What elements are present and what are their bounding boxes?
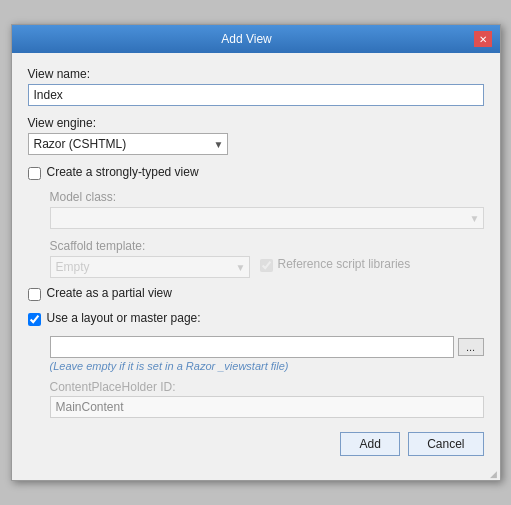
- view-engine-select-wrap: Razor (CSHTML) ASPX Spark ▼: [28, 133, 228, 155]
- partial-view-label[interactable]: Create as a partial view: [47, 286, 172, 300]
- view-name-label: View name:: [28, 67, 484, 81]
- cancel-button[interactable]: Cancel: [408, 432, 483, 456]
- title-bar: Add View ✕: [12, 25, 500, 53]
- partial-view-row: Create as a partial view: [28, 286, 484, 303]
- button-row: Add Cancel: [28, 432, 484, 456]
- model-class-group: Model class: ▼: [50, 190, 484, 229]
- layout-path-section: ... (Leave empty if it is set in a Razor…: [28, 336, 484, 418]
- strongly-typed-label[interactable]: Create a strongly-typed view: [47, 165, 199, 179]
- scaffold-template-label: Scaffold template:: [50, 239, 250, 253]
- scaffold-select-wrap: Empty Create Delete Details Edit List ▼: [50, 256, 250, 278]
- use-layout-row: Use a layout or master page:: [28, 311, 484, 328]
- layout-path-input[interactable]: [50, 336, 454, 358]
- resize-handle[interactable]: ◢: [12, 468, 500, 480]
- strongly-typed-checkbox[interactable]: [28, 167, 41, 180]
- view-engine-label: View engine:: [28, 116, 484, 130]
- add-button[interactable]: Add: [340, 432, 400, 456]
- browse-button[interactable]: ...: [458, 338, 484, 356]
- hint-text: (Leave empty if it is set in a Razor _vi…: [50, 360, 484, 372]
- use-layout-label[interactable]: Use a layout or master page:: [47, 311, 201, 325]
- reference-scripts-checkbox[interactable]: [260, 259, 273, 272]
- model-class-select-wrap: ▼: [50, 207, 484, 229]
- view-name-input[interactable]: [28, 84, 484, 106]
- model-class-section: Model class: ▼ Scaffold template: Empty …: [28, 190, 484, 278]
- content-placeholder-section: ContentPlaceHolder ID: MainContent: [50, 380, 484, 418]
- scaffold-row: Scaffold template: Empty Create Delete D…: [50, 239, 484, 278]
- model-class-label: Model class:: [50, 190, 484, 204]
- reference-scripts-group: Reference script libraries: [260, 257, 411, 274]
- strongly-typed-row: Create a strongly-typed view: [28, 165, 484, 182]
- scaffold-template-group: Scaffold template: Empty Create Delete D…: [50, 239, 250, 278]
- close-button[interactable]: ✕: [474, 31, 492, 47]
- scaffold-template-select[interactable]: Empty Create Delete Details Edit List: [50, 256, 250, 278]
- dialog-title: Add View: [20, 32, 474, 46]
- content-placeholder-label: ContentPlaceHolder ID:: [50, 380, 484, 394]
- model-class-select[interactable]: [50, 207, 484, 229]
- view-name-group: View name:: [28, 67, 484, 106]
- resize-icon: ◢: [490, 470, 497, 479]
- view-engine-group: View engine: Razor (CSHTML) ASPX Spark ▼: [28, 116, 484, 155]
- content-placeholder-value: MainContent: [50, 396, 484, 418]
- use-layout-checkbox[interactable]: [28, 313, 41, 326]
- layout-input-row: ...: [50, 336, 484, 358]
- partial-view-checkbox[interactable]: [28, 288, 41, 301]
- reference-scripts-label: Reference script libraries: [278, 257, 411, 271]
- dialog-body: View name: View engine: Razor (CSHTML) A…: [12, 53, 500, 468]
- add-view-dialog: Add View ✕ View name: View engine: Razor…: [11, 24, 501, 481]
- view-engine-select[interactable]: Razor (CSHTML) ASPX Spark: [28, 133, 228, 155]
